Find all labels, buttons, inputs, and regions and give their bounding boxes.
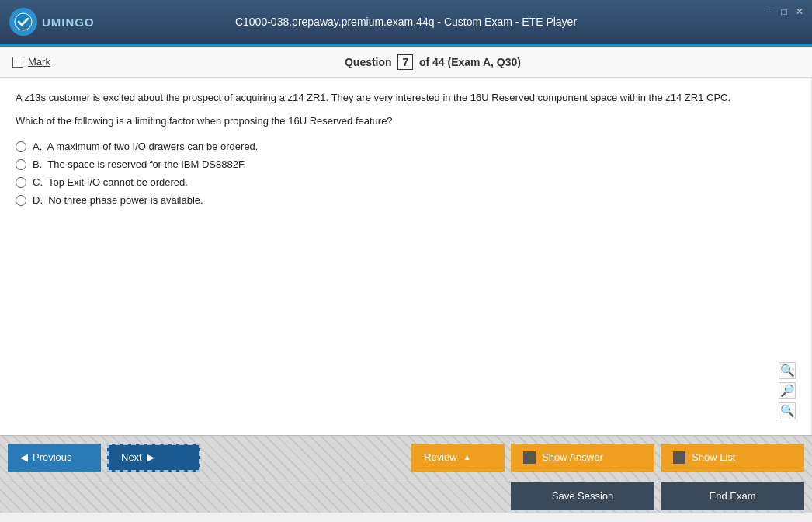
title-bar: UMINGO C1000-038.prepaway.premium.exam.4… xyxy=(0,0,812,44)
window-title: C1000-038.prepaway.premium.exam.44q - Cu… xyxy=(235,16,577,28)
end-exam-button[interactable]: End Exam xyxy=(661,482,804,510)
question-number-area: Question 7 of 44 (Exam A, Q30) xyxy=(66,54,800,70)
show-answer-button[interactable]: Show Answer xyxy=(511,444,654,472)
option-D[interactable]: D. No three phase power is available. xyxy=(16,194,796,206)
previous-label: Previous xyxy=(33,451,72,463)
side-icons: 🔍 🔎 🔍 xyxy=(779,362,796,419)
review-button[interactable]: Review ▲ xyxy=(411,444,505,472)
next-arrow-icon: ▶ xyxy=(147,451,154,463)
show-list-label: Show List xyxy=(692,451,735,463)
prev-arrow-icon: ◀ xyxy=(20,451,28,463)
bottom-bar-2: Save Session End Exam xyxy=(0,478,812,513)
show-list-button[interactable]: Show List xyxy=(661,444,804,472)
option-A[interactable]: A. A maximum of two I/O drawers can be o… xyxy=(16,141,796,152)
radio-B[interactable] xyxy=(16,159,26,170)
main-content: A z13s customer is excited about the pro… xyxy=(0,78,812,435)
question-text-1: A z13s customer is excited about the pro… xyxy=(16,90,796,106)
option-label-D: D. No three phase power is available. xyxy=(33,194,203,206)
question-header: Mark Question 7 of 44 (Exam A, Q30) xyxy=(0,47,812,78)
radio-A[interactable] xyxy=(16,141,26,152)
next-button[interactable]: Next ▶ xyxy=(107,444,200,472)
question-number: 7 xyxy=(397,54,413,70)
window-controls: – □ ✕ xyxy=(762,6,806,17)
previous-button[interactable]: ◀ Previous xyxy=(8,444,101,472)
save-session-button[interactable]: Save Session xyxy=(511,482,654,510)
next-label: Next xyxy=(121,451,142,463)
question-label: Question xyxy=(345,56,392,68)
mark-label[interactable]: Mark xyxy=(28,56,50,68)
zoom-in-icon[interactable]: 🔎 xyxy=(779,382,796,399)
option-label-B: B. The space is reserved for the IBM DS8… xyxy=(33,158,246,170)
logo-icon xyxy=(9,8,37,36)
search-icon[interactable]: 🔍 xyxy=(779,362,796,379)
review-label: Review xyxy=(424,451,457,463)
show-answer-label: Show Answer xyxy=(542,451,603,463)
show-list-icon xyxy=(673,451,685,464)
maximize-button[interactable]: □ xyxy=(778,6,790,17)
mark-area: Mark xyxy=(12,56,50,68)
svg-point-0 xyxy=(15,13,32,30)
mark-checkbox[interactable] xyxy=(12,57,23,68)
logo: UMINGO xyxy=(9,8,95,36)
option-B[interactable]: B. The space is reserved for the IBM DS8… xyxy=(16,158,796,170)
options-list: A. A maximum of two I/O drawers can be o… xyxy=(16,141,796,206)
question-of-text: of 44 (Exam A, Q30) xyxy=(419,56,521,68)
show-answer-icon xyxy=(523,451,536,464)
radio-D[interactable] xyxy=(16,195,26,206)
option-C[interactable]: C. Top Exit I/O cannot be ordered. xyxy=(16,176,796,188)
logo-text: UMINGO xyxy=(42,16,95,29)
end-exam-label: End Exam xyxy=(710,490,756,502)
minimize-button[interactable]: – xyxy=(762,6,775,17)
review-chevron-icon: ▲ xyxy=(463,453,471,461)
option-label-A: A. A maximum of two I/O drawers can be o… xyxy=(33,141,258,152)
save-session-label: Save Session xyxy=(552,490,614,502)
question-text-2: Which of the following is a limiting fac… xyxy=(16,113,796,129)
zoom-out-icon[interactable]: 🔍 xyxy=(779,402,796,419)
radio-C[interactable] xyxy=(16,177,26,188)
option-label-C: C. Top Exit I/O cannot be ordered. xyxy=(33,176,188,188)
close-button[interactable]: ✕ xyxy=(793,6,806,17)
bottom-bar: ◀ Previous Next ▶ Review ▲ Show Answer S… xyxy=(0,435,812,478)
